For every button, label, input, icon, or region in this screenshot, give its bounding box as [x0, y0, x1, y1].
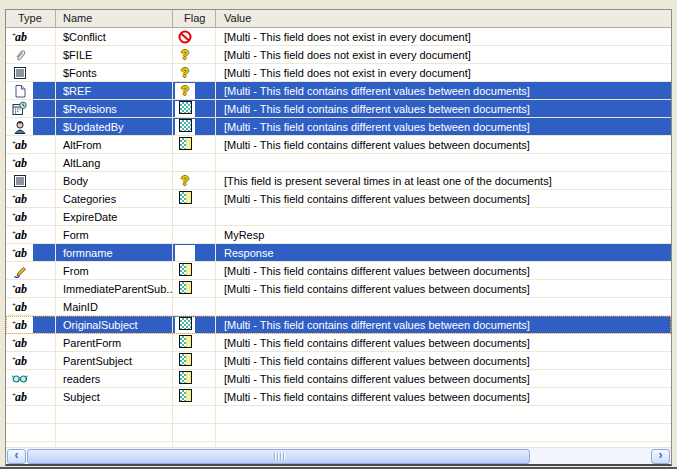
- table-row[interactable]: $UpdatedBy[Multi - This field contains d…: [6, 118, 671, 136]
- glasses-icon: [12, 373, 28, 384]
- flag-cell: [173, 136, 216, 153]
- field-value: MyResp: [216, 226, 671, 243]
- field-value: [216, 154, 671, 171]
- type-cell: [6, 100, 56, 117]
- field-value: Response: [216, 244, 671, 261]
- type-cell: +ab: [6, 298, 56, 315]
- field-name: Form: [56, 226, 173, 243]
- question-icon: ?: [181, 84, 189, 97]
- type-cell: +ab: [6, 208, 56, 225]
- field-name: $Fonts: [56, 64, 173, 81]
- type-cell: +ab: [6, 244, 56, 261]
- field-value: [Multi - This field contains different v…: [216, 280, 671, 297]
- flag-cell: [173, 388, 216, 405]
- field-value: [216, 298, 671, 315]
- column-header-flag[interactable]: Flag: [173, 10, 216, 27]
- question-icon: ?: [181, 66, 189, 79]
- type-cell: [6, 64, 56, 81]
- paperclip-icon: [13, 48, 27, 62]
- table-row[interactable]: +abExpireDate: [6, 208, 671, 226]
- table-row[interactable]: +abSubject[Multi - This field contains d…: [6, 388, 671, 406]
- table-row[interactable]: $REF?[Multi - This field contains differ…: [6, 82, 671, 100]
- rich-text-icon: [13, 174, 27, 188]
- horizontal-scrollbar[interactable]: ‹ ›: [6, 447, 671, 464]
- text-field-icon: +ab: [12, 301, 27, 313]
- table-row[interactable]: +abOriginalSubject[Multi - This field co…: [6, 316, 671, 334]
- table-row[interactable]: +abAltLang: [6, 154, 671, 172]
- column-header-value[interactable]: Value: [216, 10, 671, 27]
- field-name: Body: [56, 172, 173, 189]
- field-value: [Multi - This field does not exist in ev…: [216, 46, 671, 63]
- text-field-icon: +ab: [12, 355, 27, 367]
- field-name: formname: [56, 244, 173, 261]
- table-row[interactable]: $Revisions[Multi - This field contains d…: [6, 100, 671, 118]
- flag-cell: [173, 334, 216, 351]
- field-value: [216, 208, 671, 225]
- table-row[interactable]: +abImmediateParentSub...[Multi - This fi…: [6, 280, 671, 298]
- field-value: [Multi - This field contains different v…: [216, 388, 671, 405]
- type-cell: +ab: [6, 352, 56, 369]
- checker-yellow-icon: [179, 371, 192, 386]
- table-row[interactable]: +abFormMyResp: [6, 226, 671, 244]
- flag-cell: [173, 352, 216, 369]
- person-icon: [13, 120, 27, 134]
- document-icon: [13, 84, 27, 98]
- no-entry-icon: [178, 30, 192, 44]
- field-value: [Multi - This field contains different v…: [216, 136, 671, 153]
- column-header-name[interactable]: Name: [56, 10, 173, 27]
- text-field-icon: +ab: [12, 391, 27, 403]
- flag-cell: [173, 190, 216, 207]
- field-name: Categories: [56, 190, 173, 207]
- checker-icon: [179, 119, 192, 134]
- signature-icon: [13, 264, 27, 278]
- type-cell: [6, 82, 56, 99]
- text-field-icon: +ab: [12, 139, 27, 151]
- flag-cell: [173, 118, 216, 135]
- field-name: Subject: [56, 388, 173, 405]
- table-row[interactable]: +abParentSubject[Multi - This field cont…: [6, 352, 671, 370]
- flag-cell: [173, 226, 216, 243]
- table-row[interactable]: +abAltFrom[Multi - This field contains d…: [6, 136, 671, 154]
- scroll-right-button[interactable]: ›: [651, 449, 670, 464]
- rich-text-icon: [13, 66, 27, 80]
- field-name: readers: [56, 370, 173, 387]
- scroll-left-button[interactable]: ‹: [7, 449, 26, 464]
- table-header: Type Name Flag Value: [6, 10, 671, 28]
- flag-cell: [173, 316, 216, 333]
- table-row[interactable]: $Fonts?[Multi - This field does not exis…: [6, 64, 671, 82]
- scrollbar-thumb[interactable]: [27, 449, 530, 464]
- field-name: $Revisions: [56, 100, 173, 117]
- column-header-type[interactable]: Type: [6, 10, 56, 27]
- table-row[interactable]: +abCategories[Multi - This field contain…: [6, 190, 671, 208]
- field-name: ImmediateParentSub...: [56, 280, 173, 297]
- thumb-grip: [274, 453, 275, 460]
- flag-cell: ?: [173, 64, 216, 81]
- checker-yellow-icon: [179, 263, 192, 278]
- type-cell: +ab: [6, 280, 56, 297]
- checker-icon: [179, 101, 192, 116]
- type-cell: [6, 46, 56, 63]
- table-row[interactable]: $FILE?[Multi - This field does not exist…: [6, 46, 671, 64]
- type-cell: +ab: [6, 28, 56, 45]
- table-row[interactable]: readers[Multi - This field contains diff…: [6, 370, 671, 388]
- table-row[interactable]: From[Multi - This field contains differe…: [6, 262, 671, 280]
- empty-rows-area: [6, 406, 671, 447]
- checker-yellow-icon: [179, 281, 192, 296]
- checker-yellow-icon: [179, 353, 192, 368]
- question-icon: ?: [181, 174, 189, 187]
- flag-cell: ?: [173, 46, 216, 63]
- text-field-icon: +ab: [12, 211, 27, 223]
- text-field-icon: +ab: [12, 247, 27, 259]
- field-name: $Conflict: [56, 28, 173, 45]
- flag-cell: [173, 262, 216, 279]
- field-value: [Multi - This field contains different v…: [216, 352, 671, 369]
- table-body: +ab$Conflict[Multi - This field does not…: [6, 28, 671, 406]
- type-cell: +ab: [6, 226, 56, 243]
- table-row[interactable]: +abParentForm[Multi - This field contain…: [6, 334, 671, 352]
- table-row[interactable]: +ab$Conflict[Multi - This field does not…: [6, 28, 671, 46]
- table-row[interactable]: +abMainID: [6, 298, 671, 316]
- field-name: ParentSubject: [56, 352, 173, 369]
- revisions-icon: [12, 101, 27, 116]
- table-row[interactable]: +abformnameResponse: [6, 244, 671, 262]
- table-row[interactable]: Body?[This field is present several time…: [6, 172, 671, 190]
